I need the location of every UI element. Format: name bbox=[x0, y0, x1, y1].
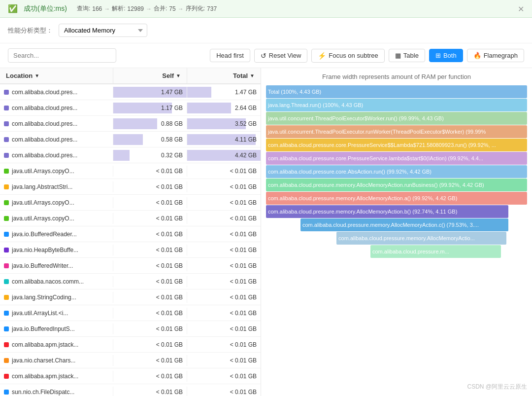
total-sort-icon: ▼ bbox=[250, 73, 255, 78]
color-dot bbox=[4, 279, 9, 284]
table-row[interactable]: com.alibaba.cloud.pres...0.88 GB3.52 GB bbox=[0, 116, 261, 132]
success-banner: ✅ 成功(单位:ms) 查询: 166 → 解析: 12989 → 合并: 75… bbox=[0, 0, 532, 18]
total-value: < 0.01 GB bbox=[230, 262, 257, 269]
flame-block[interactable]: com.alibaba.cloud.pressure.memory.AllocM… bbox=[266, 179, 527, 191]
both-button[interactable]: ⊞ Both bbox=[429, 49, 463, 62]
analysis-type-select[interactable]: Allocated Memory CPU Heap bbox=[59, 24, 147, 37]
cell-total: < 0.01 GB bbox=[187, 260, 261, 271]
flame-block[interactable]: com.alibaba.cloud.pressure.memory.AllocM… bbox=[336, 232, 506, 245]
table-row[interactable]: java.nio.HeapByteBuffe...< 0.01 GB< 0.01… bbox=[0, 242, 261, 258]
flamegraph-button[interactable]: 🔥 Flamegraph bbox=[467, 49, 524, 62]
cell-total: < 0.01 GB bbox=[187, 245, 261, 255]
table-row[interactable]: java.util.Arrays.copyO...< 0.01 GB< 0.01… bbox=[0, 211, 261, 226]
table-row[interactable]: com.alibaba.cloud.pres...1.17 GB2.64 GB bbox=[0, 100, 261, 116]
stat-parse-label: 解析: bbox=[112, 4, 125, 13]
location-name: com.alibaba.cloud.pres... bbox=[12, 120, 77, 127]
cell-location: java.util.Arrays.copyO... bbox=[0, 197, 113, 208]
table-row[interactable]: com.alibaba.nacos.comm...< 0.01 GB< 0.01… bbox=[0, 274, 261, 289]
table-row[interactable]: java.io.BufferedWriter...< 0.01 GB< 0.01… bbox=[0, 258, 261, 274]
self-value: 1.47 GB bbox=[161, 89, 183, 96]
table-row[interactable]: sun.nio.ch.FileDispatc...< 0.01 GB< 0.01… bbox=[0, 384, 261, 396]
cell-total: < 0.01 GB bbox=[187, 355, 261, 366]
banner-stats: 查询: 166 → 解析: 12989 → 合并: 75 → 序列化: 737 bbox=[77, 4, 217, 13]
table-body: com.alibaba.cloud.pres...1.47 GB1.47 GBc… bbox=[0, 84, 261, 396]
total-value: < 0.01 GB bbox=[230, 199, 257, 206]
cell-self: 0.58 GB bbox=[113, 134, 187, 145]
table-row[interactable]: com.alibaba.apm.jstack...< 0.01 GB< 0.01… bbox=[0, 368, 261, 384]
table-row[interactable]: java.io.BufferedReader...< 0.01 GB< 0.01… bbox=[0, 226, 261, 242]
stat-query-label: 查询: bbox=[77, 4, 90, 13]
location-name: sun.nio.ch.FileDispatc... bbox=[12, 389, 74, 396]
banner-title: 成功(单位:ms) bbox=[24, 4, 67, 13]
table-button[interactable]: ▦ Table bbox=[389, 49, 425, 62]
self-value: 1.17 GB bbox=[161, 105, 183, 111]
cell-total: 2.64 GB bbox=[187, 103, 261, 113]
flame-block[interactable]: com.alibaba.cloud.pressure.core.AbsActio… bbox=[266, 165, 527, 178]
total-value: 1.47 GB bbox=[235, 89, 257, 96]
table-row[interactable]: java.nio.charset.Chars...< 0.01 GB< 0.01… bbox=[0, 353, 261, 368]
cell-location: com.alibaba.apm.jstack... bbox=[0, 371, 113, 382]
cell-location: com.alibaba.cloud.pres... bbox=[0, 134, 113, 145]
table-row[interactable]: java.io.BufferedInputS...< 0.01 GB< 0.01… bbox=[0, 321, 261, 337]
cell-self: < 0.01 GB bbox=[113, 355, 187, 366]
flame-block[interactable]: java.lang.Thread.run() (100%, 4.43 GB) bbox=[266, 99, 527, 111]
table-row[interactable]: java.util.Arrays.copyO...< 0.01 GB< 0.01… bbox=[0, 195, 261, 211]
cell-total: 3.52 GB bbox=[187, 118, 261, 129]
cell-location: com.alibaba.apm.jstack... bbox=[0, 339, 113, 350]
flame-row: com.alibaba.cloud.pressure.core.Pressure… bbox=[266, 139, 527, 151]
reset-icon: ↺ bbox=[261, 52, 266, 60]
total-value: < 0.01 GB bbox=[230, 341, 257, 348]
focus-subtree-button[interactable]: ⚡ Focus on subtree bbox=[311, 49, 384, 63]
flame-row: com.alibaba.cloud.pressure.memory.AllocM… bbox=[266, 192, 527, 205]
color-dot bbox=[4, 311, 9, 316]
cell-location: java.io.BufferedWriter... bbox=[0, 260, 113, 271]
flame-block[interactable]: Total (100%, 4.43 GB) bbox=[266, 85, 527, 98]
table-row[interactable]: com.alibaba.cloud.pres...0.32 GB4.42 GB bbox=[0, 147, 261, 163]
close-button[interactable]: ✕ bbox=[518, 4, 524, 13]
flame-block[interactable]: com.alibaba.cloud.pressure.core.Pressure… bbox=[266, 152, 527, 165]
cell-total: < 0.01 GB bbox=[187, 229, 261, 240]
location-filter-icon: ▼ bbox=[34, 73, 39, 78]
reset-view-button[interactable]: ↺ Reset View bbox=[254, 49, 308, 63]
location-name: com.alibaba.apm.jstack... bbox=[12, 373, 78, 380]
self-value: < 0.01 GB bbox=[156, 247, 183, 253]
flame-block[interactable]: com.alibaba.cloud.pressure.memory.AllocM… bbox=[266, 205, 508, 218]
search-toolbar: Head first ↺ Reset View ⚡ Focus on subtr… bbox=[0, 43, 532, 68]
flame-block[interactable]: com.alibaba.cloud.pressure.m... bbox=[370, 245, 501, 258]
col-self-header[interactable]: Self ▼ bbox=[113, 68, 187, 83]
head-first-button[interactable]: Head first bbox=[210, 49, 250, 62]
col-total-header[interactable]: Total ▼ bbox=[187, 68, 261, 83]
table-row[interactable]: java.lang.AbstractStri...< 0.01 GB< 0.01… bbox=[0, 179, 261, 195]
flame-block[interactable]: java.util.concurrent.ThreadPoolExecutor.… bbox=[266, 125, 527, 138]
self-value: < 0.01 GB bbox=[156, 294, 183, 301]
cell-self: 1.47 GB bbox=[113, 87, 187, 98]
table-row[interactable]: com.alibaba.cloud.pres...0.58 GB4.11 GB bbox=[0, 132, 261, 147]
flame-block[interactable]: com.alibaba.cloud.pressure.memory.AllocM… bbox=[300, 218, 508, 231]
cell-location: com.alibaba.nacos.comm... bbox=[0, 276, 113, 287]
col-location-header[interactable]: Location ▼ bbox=[0, 68, 113, 83]
color-dot bbox=[4, 263, 9, 268]
color-dot bbox=[4, 200, 9, 205]
cell-location: java.util.ArrayList.<i... bbox=[0, 308, 113, 319]
table-row[interactable]: com.alibaba.cloud.pres...1.47 GB1.47 GB bbox=[0, 84, 261, 100]
table-row[interactable]: java.util.ArrayList.<i...< 0.01 GB< 0.01… bbox=[0, 305, 261, 321]
flame-block[interactable]: com.alibaba.cloud.pressure.memory.AllocM… bbox=[266, 192, 527, 205]
table-row[interactable]: java.lang.StringCoding...< 0.01 GB< 0.01… bbox=[0, 289, 261, 305]
flame-block[interactable]: java.util.concurrent.ThreadPoolExecutor$… bbox=[266, 112, 527, 125]
cell-self: < 0.01 GB bbox=[113, 181, 187, 192]
location-name: java.util.Arrays.copyO... bbox=[12, 168, 74, 175]
total-value: 4.42 GB bbox=[235, 152, 257, 159]
toolbar-label: 性能分析类型： bbox=[8, 26, 53, 35]
table-row[interactable]: java.util.Arrays.copyO...< 0.01 GB< 0.01… bbox=[0, 163, 261, 179]
self-value: < 0.01 GB bbox=[156, 341, 183, 348]
stat-parse-value: 12989 bbox=[128, 5, 144, 12]
total-value: 2.64 GB bbox=[235, 105, 257, 111]
table-row[interactable]: com.alibaba.apm.jstack...< 0.01 GB< 0.01… bbox=[0, 337, 261, 353]
self-value: < 0.01 GB bbox=[156, 278, 183, 285]
cell-location: java.nio.charset.Chars... bbox=[0, 355, 113, 366]
cell-location: java.lang.AbstractStri... bbox=[0, 181, 113, 192]
flame-block[interactable]: com.alibaba.cloud.pressure.core.Pressure… bbox=[266, 139, 527, 151]
location-name: com.alibaba.apm.jstack... bbox=[12, 341, 78, 348]
cell-total: 1.47 GB bbox=[187, 87, 261, 98]
search-input[interactable] bbox=[8, 48, 116, 63]
